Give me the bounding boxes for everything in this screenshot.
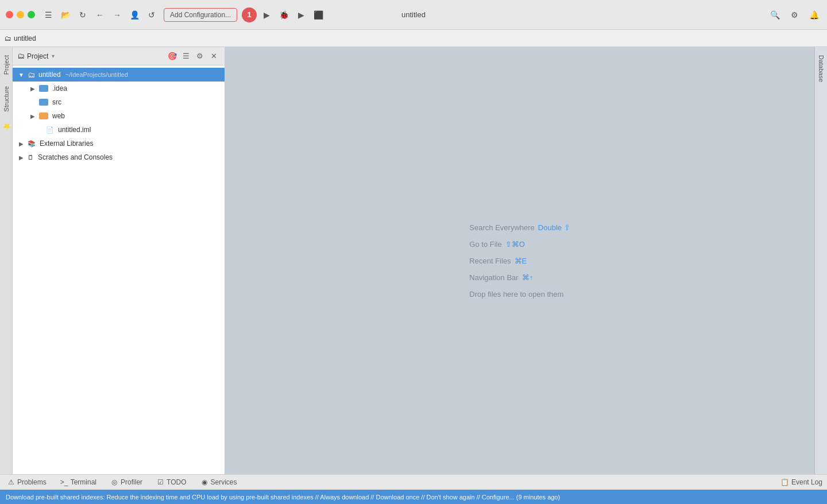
run-with-coverage[interactable]: ▶ <box>293 7 308 22</box>
hint-search-everywhere: Search Everywhere Double ⇧ <box>469 223 570 232</box>
run-badge[interactable]: 1 <box>242 7 257 22</box>
tab-services-label: Services <box>211 478 237 486</box>
debug-button[interactable]: 🐞 <box>276 7 291 22</box>
tree-label-external-libs: External Libraries <box>40 139 93 148</box>
sync-button[interactable]: ↻ <box>75 7 90 22</box>
tab-services[interactable]: ◉ Services <box>198 477 239 487</box>
tree-item-web[interactable]: ▶ web <box>13 109 225 123</box>
user-button[interactable]: 👤 <box>127 7 142 22</box>
run-button[interactable]: ▶ <box>259 7 274 22</box>
tree-item-untitled-iml[interactable]: ▶ 📄 untitled.iml <box>13 123 225 137</box>
project-breadcrumb: 🗂 untitled <box>0 30 827 47</box>
tree-label-untitled-iml: untitled.iml <box>58 126 91 134</box>
arrow-idea: ▶ <box>29 84 37 92</box>
tree-item-untitled[interactable]: ▼ 🗂 untitled ~/IdeaProjects/untitled <box>13 68 225 82</box>
tree-path-untitled: ~/IdeaProjects/untitled <box>65 71 128 78</box>
tab-problems[interactable]: ⚠ Problems <box>5 477 49 487</box>
tree-label-scratches: Scratches and Consoles <box>38 153 113 161</box>
panel-expand-button[interactable]: ☰ <box>180 50 192 63</box>
search-everywhere-button[interactable]: 🔍 <box>767 7 782 22</box>
tab-problems-label: Problems <box>17 478 47 486</box>
close-button[interactable] <box>6 11 13 18</box>
terminal-icon: >_ <box>60 478 68 486</box>
file-tree: ▼ 🗂 untitled ~/IdeaProjects/untitled ▶ .… <box>13 65 225 474</box>
tree-label-src: src <box>52 98 61 106</box>
arrow-untitled: ▼ <box>17 71 25 79</box>
sidebar-item-project[interactable]: Project <box>1 49 11 80</box>
window-controls <box>6 11 35 18</box>
tab-terminal[interactable]: >_ Terminal <box>58 477 99 487</box>
project-panel-dropdown-caret[interactable]: ▾ <box>52 53 55 59</box>
profiler-icon: ◎ <box>110 478 118 486</box>
left-sidebar-tabs: Project Structure ⭐ <box>0 47 13 474</box>
hint-recent-files: Recent Files ⌘E <box>469 257 570 265</box>
status-bar: Download pre-built shared indexes: Reduc… <box>0 490 827 504</box>
problems-icon: ⚠ <box>7 478 15 486</box>
hint-go-to-file: Go to File ⇧⌘O <box>469 240 570 249</box>
settings-button[interactable]: ⚙ <box>787 7 802 22</box>
panel-close-button[interactable]: ✕ <box>207 50 220 63</box>
tree-item-src[interactable]: ▶ src <box>13 95 225 109</box>
title-right: 🔍 ⚙ 🔔 <box>767 7 821 22</box>
sidebar-item-structure[interactable]: Structure <box>1 80 11 118</box>
main-layout: Project Structure ⭐ 🗂 Project ▾ 🎯 ☰ ⚙ ✕ … <box>0 47 827 474</box>
tab-todo-label: TODO <box>167 478 186 486</box>
hint-box: Search Everywhere Double ⇧ Go to File ⇧⌘… <box>469 223 570 298</box>
hint-drop-files: Drop files here to open them <box>469 290 570 298</box>
tab-profiler[interactable]: ◎ Profiler <box>108 477 145 487</box>
hint-navigation-bar: Navigation Bar ⌘↑ <box>469 273 570 282</box>
tab-terminal-label: Terminal <box>71 478 96 486</box>
notifications-button[interactable]: 🔔 <box>806 7 821 22</box>
add-configuration-button[interactable]: Add Configuration... <box>164 8 237 22</box>
panel-locate-button[interactable]: 🎯 <box>166 50 179 63</box>
sidebar-item-bookmarks[interactable]: ⭐ <box>1 118 11 137</box>
panel-options-button[interactable]: ⚙ <box>194 50 206 63</box>
tree-label-untitled: untitled <box>38 71 61 79</box>
menu-button[interactable]: ☰ <box>41 7 56 22</box>
back-button[interactable]: ← <box>92 7 107 22</box>
right-sidebar: Database <box>814 47 827 474</box>
stop-button[interactable]: ⬛ <box>311 7 326 22</box>
arrow-web: ▶ <box>29 112 37 120</box>
tree-item-idea[interactable]: ▶ .idea <box>13 82 225 95</box>
panel-header-icons: 🎯 ☰ ⚙ ✕ <box>166 50 220 63</box>
minimize-button[interactable] <box>17 11 24 18</box>
sidebar-item-database[interactable]: Database <box>816 49 826 88</box>
arrow-external-libs: ▶ <box>17 139 25 148</box>
content-area: Search Everywhere Double ⇧ Go to File ⇧⌘… <box>225 47 814 474</box>
arrow-scratches: ▶ <box>17 153 25 161</box>
tree-label-idea: .idea <box>52 84 67 92</box>
event-log-label: Event Log <box>791 478 822 486</box>
tree-item-external-libs[interactable]: ▶ 📚 External Libraries <box>13 137 225 150</box>
title-bar: ☰ 📂 ↻ ← → 👤 ↺ Add Configuration... 1 ▶ 🐞… <box>0 0 827 30</box>
tab-todo[interactable]: ☑ TODO <box>154 477 188 487</box>
project-panel-title: Project <box>27 52 48 60</box>
forward-button[interactable]: → <box>110 7 125 22</box>
tree-label-web: web <box>52 112 65 120</box>
project-panel: 🗂 Project ▾ 🎯 ☰ ⚙ ✕ ▼ 🗂 untitled ~/IdeaP… <box>13 47 225 474</box>
maximize-button[interactable] <box>28 11 35 18</box>
open-file-button[interactable]: 📂 <box>58 7 73 22</box>
undo-button[interactable]: ↺ <box>144 7 159 22</box>
project-name: untitled <box>14 34 36 42</box>
project-panel-header: 🗂 Project ▾ 🎯 ☰ ⚙ ✕ <box>13 47 225 65</box>
event-log-button[interactable]: 📋 Event Log <box>780 478 822 486</box>
window-title: untitled <box>401 10 426 19</box>
services-icon: ◉ <box>200 478 208 486</box>
event-log-icon: 📋 <box>780 478 789 486</box>
todo-icon: ☑ <box>156 478 164 486</box>
status-message: Download pre-built shared indexes: Reduc… <box>6 494 560 501</box>
tab-profiler-label: Profiler <box>121 478 142 486</box>
tree-item-scratches[interactable]: ▶ 🗒 Scratches and Consoles <box>13 150 225 164</box>
bottom-toolbar: ⚠ Problems >_ Terminal ◎ Profiler ☑ TODO… <box>0 474 827 490</box>
